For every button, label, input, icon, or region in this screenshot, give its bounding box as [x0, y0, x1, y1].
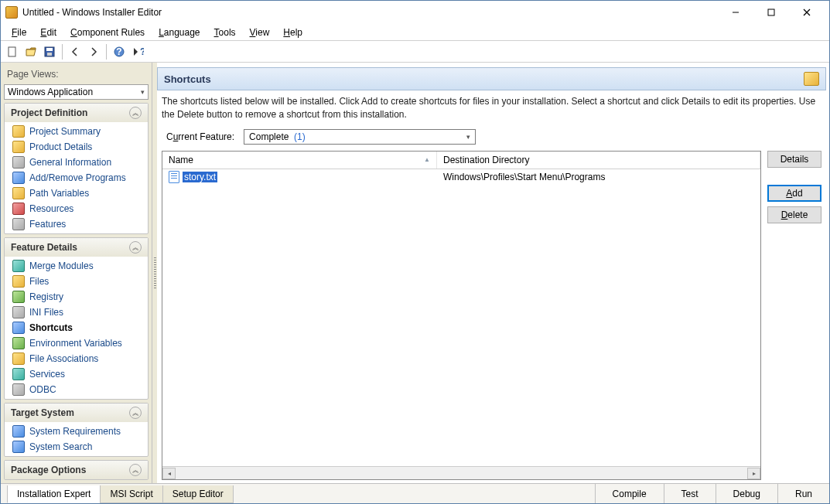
- compile-button[interactable]: Compile: [595, 484, 664, 503]
- minimize-button[interactable]: [718, 2, 753, 23]
- nav-registry[interactable]: Registry: [5, 289, 148, 305]
- chevron-down-icon: ▾: [466, 133, 470, 141]
- menu-language[interactable]: Language: [152, 26, 206, 39]
- nav-product-details[interactable]: Product Details: [5, 139, 148, 155]
- menu-file[interactable]: File: [5, 26, 32, 39]
- tab-installation-expert[interactable]: Installation Expert: [7, 485, 101, 503]
- col-destination[interactable]: Destination Directory: [437, 152, 760, 169]
- collapse-icon: ︽: [129, 407, 142, 419]
- debug-button[interactable]: Debug: [716, 484, 777, 503]
- new-button[interactable]: [4, 43, 21, 60]
- delete-button[interactable]: Delete: [767, 206, 821, 223]
- current-feature-value: Complete (1): [249, 131, 306, 142]
- menu-edit[interactable]: Edit: [34, 26, 63, 39]
- nav-files[interactable]: Files: [5, 274, 148, 289]
- maximize-button[interactable]: [753, 2, 789, 23]
- shortcut-listview[interactable]: Name▲ Destination Directory story.txt Wi…: [162, 151, 761, 480]
- panel-package-options: Package Options ︽: [4, 460, 149, 480]
- path-icon: [12, 187, 25, 199]
- cell-destination: Windows\Profiles\Start Menu\Programs: [437, 169, 760, 185]
- scroll-left-icon[interactable]: ◂: [162, 468, 176, 479]
- menubar: File Edit Component Rules Language Tools…: [1, 24, 829, 41]
- nav-services[interactable]: Services: [5, 366, 148, 382]
- list-row[interactable]: story.txt Windows\Profiles\Start Menu\Pr…: [162, 169, 760, 185]
- collapse-icon: ︽: [129, 107, 142, 119]
- details-icon: [12, 141, 25, 153]
- ini-icon: [12, 306, 25, 318]
- resources-icon: [12, 203, 25, 215]
- menu-help[interactable]: Help: [277, 26, 309, 39]
- content-title: Shortcuts: [164, 73, 211, 85]
- nav-features[interactable]: Features: [5, 216, 148, 232]
- nav-merge-modules[interactable]: Merge Modules: [5, 258, 148, 274]
- horizontal-scrollbar[interactable]: ◂ ▸: [162, 466, 760, 479]
- scroll-right-icon[interactable]: ▸: [747, 468, 760, 479]
- action-buttons: Details Add Delete: [767, 151, 821, 480]
- nav-path-variables[interactable]: Path Variables: [5, 186, 148, 201]
- current-feature-combo[interactable]: Complete (1) ▾: [244, 129, 476, 145]
- help-button[interactable]: ?: [111, 43, 128, 60]
- app-icon: [5, 6, 18, 19]
- summary-icon: [12, 125, 25, 138]
- info-icon: [12, 156, 25, 169]
- listview-header: Name▲ Destination Directory: [162, 152, 760, 169]
- shortcuts-header-icon: [804, 72, 819, 86]
- add-button[interactable]: Add: [767, 185, 821, 202]
- toolbar-separator: [106, 44, 107, 60]
- col-name[interactable]: Name▲: [162, 152, 437, 169]
- merge-icon: [12, 260, 25, 272]
- save-button[interactable]: [41, 43, 58, 60]
- work-area: Page Views: Windows Application ▾ Projec…: [1, 63, 829, 483]
- svg-rect-7: [47, 53, 52, 56]
- bottom-actions: Compile Test Debug Run: [595, 484, 829, 503]
- cell-name: story.txt: [162, 169, 437, 185]
- panel-header-feature-details[interactable]: Feature Details ︽: [5, 238, 148, 257]
- titlebar: Untitled - Windows Installer Editor: [1, 1, 829, 24]
- nav-add-remove-programs[interactable]: Add/Remove Programs: [5, 170, 148, 186]
- content-header: Shortcuts: [157, 67, 826, 90]
- nav-shortcuts[interactable]: Shortcuts: [5, 320, 148, 335]
- nav-odbc[interactable]: ODBC: [5, 382, 148, 397]
- nav-file-associations[interactable]: File Associations: [5, 351, 148, 366]
- context-help-button[interactable]: ?: [129, 43, 146, 60]
- current-feature-row: Current Feature: Complete (1) ▾: [157, 128, 826, 151]
- forward-button[interactable]: [85, 43, 102, 60]
- toolbar: ? ?: [1, 41, 829, 63]
- collapse-icon: ︽: [129, 241, 142, 254]
- bottom-tabs: Installation Expert MSI Script Setup Edi…: [1, 484, 239, 503]
- nav-system-search[interactable]: System Search: [5, 439, 148, 455]
- run-button[interactable]: Run: [777, 484, 829, 503]
- menu-component-rules[interactable]: Component Rules: [64, 26, 151, 39]
- open-button[interactable]: [22, 43, 39, 60]
- tab-msi-script[interactable]: MSI Script: [100, 485, 162, 503]
- svg-rect-1: [768, 9, 774, 15]
- panel-header-package-options[interactable]: Package Options ︽: [5, 461, 148, 479]
- shortcuts-icon: [12, 322, 25, 334]
- env-icon: [12, 337, 25, 349]
- panel-header-target-system[interactable]: Target System ︽: [5, 404, 148, 422]
- svg-text:?: ?: [116, 46, 121, 57]
- panel-feature-details: Feature Details ︽ Merge Modules Files Re…: [4, 237, 149, 400]
- nav-general-information[interactable]: General Information: [5, 155, 148, 170]
- nav-system-requirements[interactable]: System Requirements: [5, 424, 148, 439]
- nav-resources[interactable]: Resources: [5, 201, 148, 216]
- close-button[interactable]: [789, 2, 825, 23]
- details-button[interactable]: Details: [767, 151, 821, 168]
- bottom-bar: Installation Expert MSI Script Setup Edi…: [1, 483, 829, 503]
- panel-project-definition: Project Definition ︽ Project Summary Pro…: [4, 103, 149, 234]
- menu-view[interactable]: View: [244, 26, 276, 39]
- nav-project-summary[interactable]: Project Summary: [5, 124, 148, 139]
- tab-setup-editor[interactable]: Setup Editor: [162, 485, 234, 503]
- test-button[interactable]: Test: [664, 484, 716, 503]
- nav-environment-variables[interactable]: Environment Variables: [5, 335, 148, 351]
- page-views-label: Page Views:: [4, 67, 149, 81]
- listview-body: story.txt Windows\Profiles\Start Menu\Pr…: [162, 169, 760, 466]
- features-icon: [12, 218, 25, 230]
- nav-ini-files[interactable]: INI Files: [5, 305, 148, 320]
- back-button[interactable]: [67, 43, 84, 60]
- page-views-select[interactable]: Windows Application ▾: [4, 84, 149, 100]
- panel-header-project-definition[interactable]: Project Definition ︽: [5, 104, 148, 122]
- registry-icon: [12, 291, 25, 303]
- menu-tools[interactable]: Tools: [208, 26, 242, 39]
- services-icon: [12, 368, 25, 380]
